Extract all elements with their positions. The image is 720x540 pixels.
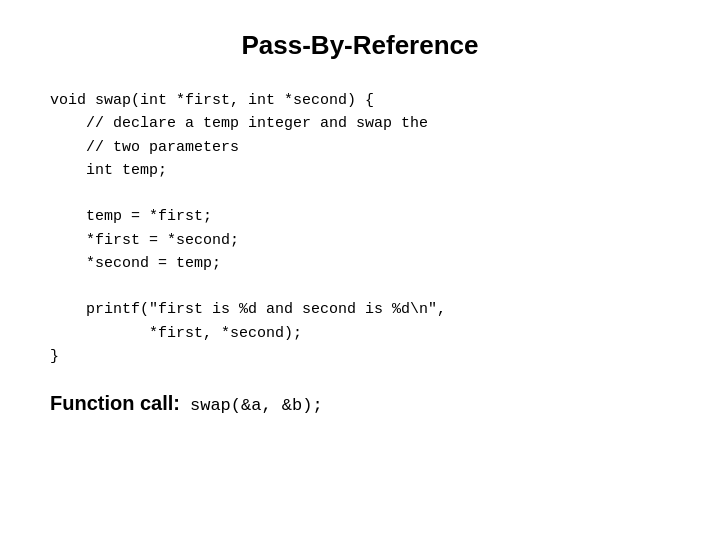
function-call-code: swap(&a, &b); (190, 396, 323, 415)
code-line-1: void swap(int *first, int *second) { (50, 92, 374, 109)
code-line-7: *first = *second; (50, 232, 239, 249)
slide-title: Pass-By-Reference (241, 30, 478, 61)
code-line-8: *second = temp; (50, 255, 221, 272)
code-line-6: temp = *first; (50, 208, 212, 225)
code-line-2: // declare a temp integer and swap the (50, 115, 428, 132)
slide-container: Pass-By-Reference void swap(int *first, … (0, 0, 720, 540)
code-line-12: } (50, 348, 59, 365)
function-call-label: Function call: (50, 392, 180, 415)
code-line-10: printf("first is %d and second is %d\n", (50, 301, 446, 318)
code-line-3: // two parameters (50, 139, 239, 156)
function-call-section: Function call: swap(&a, &b); (50, 392, 670, 415)
code-block: void swap(int *first, int *second) { // … (50, 89, 670, 368)
code-line-4: int temp; (50, 162, 167, 179)
code-line-11: *first, *second); (50, 325, 302, 342)
